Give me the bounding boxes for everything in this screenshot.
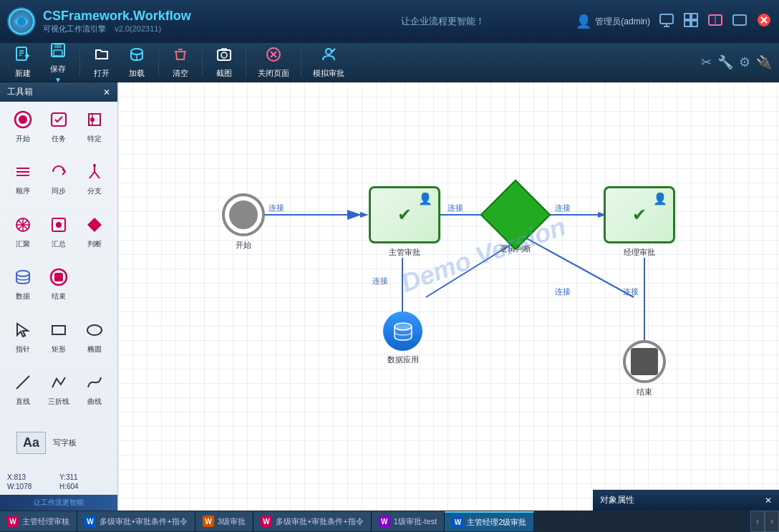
- toolbar-sep-2: [158, 48, 159, 77]
- settings-icon[interactable]: ⚙: [739, 54, 750, 70]
- tab-3[interactable]: W 3级审批: [195, 511, 253, 531]
- node-start[interactable]: 开始: [222, 193, 265, 251]
- tab-6[interactable]: W 主管经理2级审批: [445, 511, 534, 531]
- tool-pointer[interactable]: 指针: [6, 318, 40, 369]
- branch-icon: [85, 163, 104, 185]
- end-circle: [623, 340, 666, 383]
- node-approval2[interactable]: ✔ 👤 经理审批: [604, 186, 675, 258]
- svg-point-42: [93, 164, 96, 167]
- tool-specific[interactable]: 特定: [77, 107, 112, 158]
- capture-icon: [216, 46, 233, 67]
- tab-1-icon: W: [7, 516, 19, 527]
- sync-icon: [49, 163, 68, 185]
- tab-1[interactable]: W 主管经理审核: [0, 511, 77, 531]
- tool-gather-label: 汇聚: [16, 239, 30, 249]
- tool-oval[interactable]: 椭圆: [77, 318, 112, 369]
- toolbox: 工具箱 ✕ 开始 任务 特定: [0, 82, 118, 511]
- coord-x: X:813: [7, 473, 58, 481]
- end-inner: [631, 348, 658, 375]
- load-icon: [128, 46, 145, 67]
- tool-line[interactable]: 直线: [6, 370, 40, 421]
- tool-oval-label: 椭圆: [87, 344, 102, 354]
- svg-marker-50: [87, 218, 102, 232]
- start-label: 开始: [236, 240, 251, 251]
- save-button[interactable]: 保存 ▼: [42, 39, 74, 87]
- properties-close-icon[interactable]: ✕: [765, 495, 772, 506]
- layout-btn1[interactable]: [707, 12, 723, 32]
- tool-start-label: 开始: [16, 134, 30, 144]
- toolbar-sep-4: [246, 48, 246, 77]
- tool-polyline[interactable]: 三折线: [42, 370, 76, 421]
- svg-rect-5: [684, 14, 690, 19]
- node-approval1[interactable]: ✔ 👤 主管审批: [369, 186, 440, 258]
- tool-gather[interactable]: 汇聚: [6, 213, 40, 263]
- toolbox-coords: X:813 Y:311 W:1078 H:604: [0, 469, 117, 495]
- toolbox-close-icon[interactable]: ✕: [103, 87, 110, 97]
- conn-label-2: 连接: [447, 203, 463, 213]
- app-title-group: CSFramework.Workflow 可视化工作流引擎 v2.0(20231…: [43, 9, 309, 34]
- svg-rect-6: [692, 14, 697, 19]
- tab-2[interactable]: W 多级审批+审批条件+指令: [77, 511, 195, 531]
- close-page-icon: [265, 46, 282, 67]
- node-end[interactable]: 结束: [623, 340, 666, 397]
- clear-label: 清空: [173, 68, 188, 79]
- svg-point-30: [326, 49, 332, 54]
- tool-judge[interactable]: 判断: [77, 213, 112, 263]
- svg-marker-70: [360, 212, 369, 218]
- open-button[interactable]: 打开: [86, 43, 117, 82]
- canvas-area[interactable]: 连接 连接 连接 连接 连接 连接 开始 ✔ 👤 主管审批 逻辑判断: [118, 82, 779, 511]
- node-logic[interactable]: 逻辑判断: [490, 190, 541, 254]
- grid-btn[interactable]: [683, 12, 699, 32]
- capture-button[interactable]: 截图: [208, 43, 240, 82]
- tool-summary[interactable]: 汇总: [42, 213, 76, 263]
- tab-6-icon: W: [452, 516, 463, 528]
- tool-data[interactable]: 数据: [6, 265, 40, 316]
- bottom-tabs: W 主管经理审核 W 多级审批+审批条件+指令 W 3级审批 W 多级审批+审批…: [0, 511, 779, 532]
- tool-text[interactable]: Aa 写字板: [6, 423, 112, 463]
- tab-nav-next[interactable]: ›: [765, 511, 779, 532]
- tool-end[interactable]: 结束: [42, 265, 76, 316]
- tool-branch[interactable]: 分支: [77, 160, 112, 211]
- tool-curve[interactable]: 曲线: [77, 370, 112, 421]
- cut-icon[interactable]: ✂: [701, 54, 712, 70]
- close-page-button[interactable]: 关闭页面: [252, 43, 295, 82]
- task-icon: [49, 110, 68, 133]
- text-icon: Aa: [16, 432, 46, 454]
- svg-rect-15: [16, 47, 26, 60]
- app-slogan: 让企业流程更智能！: [309, 15, 576, 28]
- properties-label: 对象属性: [600, 494, 634, 506]
- tool-sync[interactable]: 同步: [42, 160, 76, 211]
- new-label: 新建: [15, 68, 31, 79]
- open-icon: [93, 46, 110, 67]
- wrench-icon[interactable]: 🔧: [717, 54, 733, 70]
- save-label: 保存: [50, 64, 66, 74]
- tool-polyline-label: 三折线: [48, 397, 69, 407]
- summary-icon: [49, 216, 68, 238]
- monitor-btn[interactable]: [659, 12, 674, 32]
- rect-icon: [49, 321, 68, 344]
- tab-5[interactable]: W 1级审批-test: [372, 511, 445, 531]
- approval1-user-icon: 👤: [418, 192, 432, 205]
- tab-nav-prev[interactable]: ‹: [750, 511, 765, 532]
- toolbar-right: ✂ 🔧 ⚙ 🔌: [701, 54, 772, 70]
- approval2-label: 经理审批: [624, 247, 655, 258]
- new-button[interactable]: 新建: [7, 43, 39, 82]
- tool-task[interactable]: 任务: [42, 107, 76, 158]
- approve-button[interactable]: 模拟审批: [307, 43, 350, 82]
- layout-btn2[interactable]: [732, 12, 747, 32]
- tab-4[interactable]: W 多级审批+审批条件+指令: [253, 511, 372, 531]
- extension-icon[interactable]: 🔌: [756, 54, 772, 70]
- node-data[interactable]: 数据应用: [383, 311, 422, 365]
- load-button[interactable]: 加载: [121, 43, 153, 82]
- svg-point-1: [17, 17, 26, 26]
- capture-label: 截图: [216, 68, 232, 79]
- clear-button[interactable]: 清空: [165, 43, 196, 82]
- open-label: 打开: [94, 68, 110, 79]
- close-app-btn[interactable]: [756, 12, 772, 32]
- approve-label: 模拟审批: [313, 68, 344, 79]
- tool-curve-label: 曲线: [87, 397, 102, 407]
- tool-order[interactable]: 顺序: [6, 160, 40, 211]
- tool-start[interactable]: 开始: [6, 107, 40, 158]
- tool-rect[interactable]: 矩形: [42, 318, 76, 369]
- save-icon: [49, 42, 67, 62]
